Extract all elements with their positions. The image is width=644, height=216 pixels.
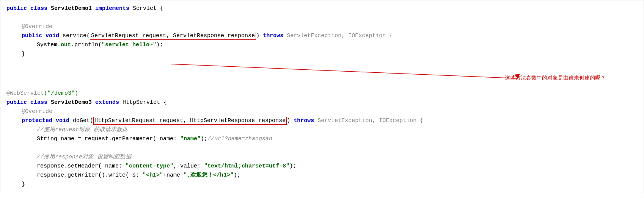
code-line: public void service(ServletRequest reque…	[6, 31, 638, 41]
code-block-2: @WebServlet("/demo3") public class Servl…	[0, 85, 644, 193]
string-literal: "servlet hello~"	[102, 42, 156, 48]
annotation-text: 这些方法参数中的对象是由谁来创建的呢？	[505, 75, 606, 81]
keyword: extends	[95, 99, 123, 106]
string-literal: ",欢迎您！</h1>"	[184, 172, 234, 178]
classname: ServletDemo1	[51, 5, 95, 12]
code-text: service(ServletRequest request, ServletR…	[63, 32, 263, 40]
code-text: HttpServlet {	[123, 99, 167, 106]
keyword: throws	[294, 117, 317, 124]
comment: //使用response对象 设置响应数据	[37, 154, 131, 160]
code-line: }	[6, 180, 638, 189]
code-text: ServletException, IOException {	[317, 117, 423, 124]
code-text: .println(	[71, 42, 102, 48]
comment: //url?name=zhangsan	[207, 136, 272, 142]
annotation: @Override	[22, 108, 52, 115]
code-line: System.out.println("servlet hello~");	[6, 41, 638, 50]
code-text: );	[201, 136, 207, 142]
keyword: public	[22, 33, 46, 39]
annotation-area: 这些方法参数中的对象是由谁来创建的呢？	[0, 64, 644, 85]
code-text: );	[289, 163, 296, 169]
annotation: @WebServlet	[6, 90, 44, 97]
keyword: class	[30, 5, 51, 12]
string-literal: "<h1>"	[143, 172, 163, 178]
code-line: @Override	[6, 107, 638, 116]
svg-line-0	[171, 64, 518, 78]
code-line: public class ServletDemo3 extends HttpSe…	[6, 98, 638, 107]
code-line: @WebServlet("/demo3")	[6, 89, 638, 98]
code-text: Servlet {	[133, 5, 163, 12]
code-line	[6, 144, 638, 153]
code-text: +name+	[163, 172, 184, 178]
code-line: public class ServletDemo1 implements Ser…	[6, 4, 638, 13]
code-line: }	[6, 50, 638, 59]
string-literal: "text/html;charset=utf-8"	[204, 163, 289, 169]
code-block-1: public class ServletDemo1 implements Ser…	[0, 0, 644, 64]
string-literal: "name"	[180, 136, 201, 142]
code-text: response.getWriter().write( s:	[37, 172, 143, 178]
keyword: protected	[22, 117, 56, 124]
code-text: doGet(HttpServletRequest request, HttpSe…	[73, 117, 294, 125]
comment: //使用request对象 获取请求数据	[37, 127, 128, 133]
keyword: void	[46, 33, 63, 39]
code-text: ServletException, IOException {	[287, 33, 393, 39]
code-line: //使用response对象 设置响应数据	[6, 153, 638, 162]
code-text: , value:	[173, 163, 204, 169]
keyword: void	[56, 117, 73, 124]
keyword: class	[30, 99, 51, 106]
code-text: );	[156, 42, 163, 48]
code-text: }	[22, 181, 25, 188]
code-text: );	[234, 172, 240, 178]
keyword: public	[6, 5, 30, 12]
code-line: String name = request.getParameter( name…	[6, 135, 638, 144]
code-text: out	[61, 42, 71, 48]
code-line: response.getWriter().write( s: "<h1>"+na…	[6, 171, 638, 180]
code-text: System.	[37, 42, 61, 48]
keyword: implements	[95, 5, 133, 12]
annotation: @Override	[22, 23, 52, 30]
code-line: //使用request对象 获取请求数据	[6, 125, 638, 135]
string-literal: "content-type"	[126, 163, 173, 169]
code-line	[6, 13, 638, 22]
keyword: throws	[263, 33, 287, 39]
code-text: String name = request.getParameter( name…	[37, 136, 180, 142]
code-line: protected void doGet(HttpServletRequest …	[6, 116, 638, 125]
code-text: response.setHeader( name:	[37, 163, 126, 169]
classname: ServletDemo3	[51, 99, 95, 106]
code-line: response.setHeader( name: "content-type"…	[6, 162, 638, 171]
code-text: }	[22, 51, 25, 57]
code-line: @Override	[6, 22, 638, 31]
screenshot-container: public class ServletDemo1 implements Ser…	[0, 0, 644, 193]
keyword: public	[6, 99, 30, 106]
string-literal: ("/demo3")	[44, 90, 78, 97]
